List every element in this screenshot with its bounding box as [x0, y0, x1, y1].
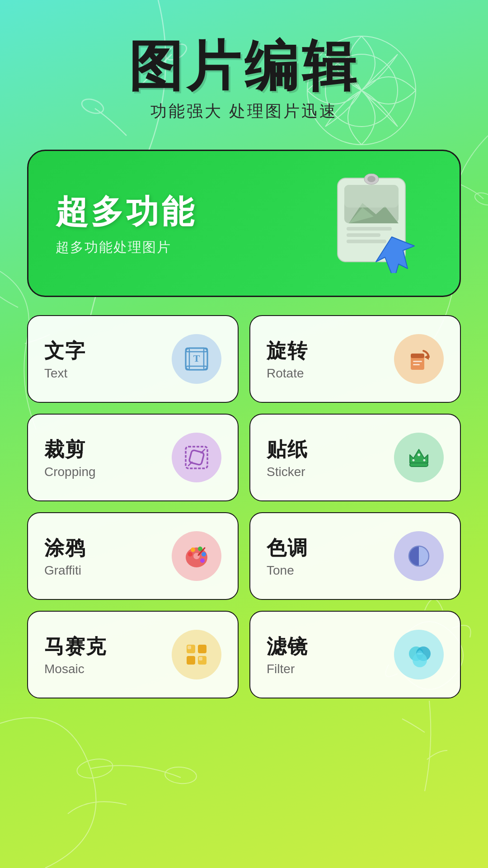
svg-rect-51 [199, 657, 202, 660]
feature-graffiti[interactable]: 涂鸦 Graffiti [27, 512, 239, 600]
feature-en-tone: Tone [267, 563, 308, 578]
feature-rotate-label: 旋转 Rotate [267, 338, 308, 381]
feature-icon-mosaic [172, 630, 221, 679]
svg-point-6 [164, 766, 197, 785]
svg-point-43 [200, 558, 205, 563]
svg-rect-29 [413, 364, 420, 365]
feature-icon-graffiti [172, 531, 221, 581]
hero-illustration [319, 174, 432, 273]
feature-en-graffiti: Graffiti [44, 563, 86, 578]
feature-cn-crop: 裁剪 [44, 436, 96, 463]
svg-point-40 [191, 547, 195, 552]
feature-cn-text: 文字 [44, 338, 86, 364]
feature-en-rotate: Rotate [267, 366, 308, 381]
app-title: 图片编辑 [27, 36, 461, 96]
hero-main-text: 超多功能 [56, 190, 319, 234]
svg-rect-13 [344, 185, 399, 208]
svg-point-34 [418, 453, 420, 456]
feature-filter[interactable]: 滤镜 Filter [249, 611, 461, 698]
header: 图片编辑 功能强大 处理图片迅速 [27, 0, 461, 132]
svg-rect-16 [347, 227, 392, 231]
hero-image-svg [319, 174, 432, 273]
feature-filter-label: 滤镜 Filter [267, 633, 308, 676]
app-subtitle: 功能强大 处理图片迅速 [27, 100, 461, 123]
svg-point-15 [367, 176, 375, 182]
svg-rect-18 [347, 240, 386, 243]
feature-cn-mosaic: 马赛克 [44, 633, 107, 660]
feature-tone-label: 色调 Tone [267, 535, 308, 578]
svg-marker-30 [424, 354, 429, 360]
feature-cn-filter: 滤镜 [267, 633, 308, 660]
feature-en-sticker: Sticker [267, 465, 308, 479]
feature-grid: 文字 Text T 旋转 Rotate [27, 315, 461, 698]
feature-mosaic[interactable]: 马赛克 Mosaic [27, 611, 239, 698]
feature-icon-sticker [394, 433, 444, 482]
feature-rotate[interactable]: 旋转 Rotate [249, 315, 461, 403]
feature-sticker[interactable]: 贴纸 Sticker [249, 414, 461, 501]
hero-text: 超多功能 超多功能处理图片 [56, 190, 319, 257]
feature-icon-text: T [172, 334, 221, 384]
hero-banner[interactable]: 超多功能 超多功能处理图片 [27, 150, 461, 297]
feature-en-filter: Filter [267, 662, 308, 676]
feature-crop[interactable]: 裁剪 Cropping [27, 414, 239, 501]
feature-crop-label: 裁剪 Cropping [44, 436, 96, 479]
feature-en-mosaic: Mosaic [44, 662, 107, 676]
svg-point-39 [188, 552, 192, 557]
feature-text-label: 文字 Text [44, 338, 86, 381]
feature-graffiti-label: 涂鸦 Graffiti [44, 535, 86, 578]
svg-rect-50 [188, 646, 191, 649]
hero-sub-text: 超多功能处理图片 [56, 238, 319, 257]
feature-icon-rotate [394, 334, 444, 384]
svg-rect-47 [198, 645, 206, 653]
svg-text:T: T [193, 353, 200, 364]
feature-cn-graffiti: 涂鸦 [44, 535, 86, 561]
feature-en-crop: Cropping [44, 465, 96, 479]
svg-point-36 [423, 459, 426, 462]
feature-icon-filter [394, 630, 444, 679]
feature-en-text: Text [44, 366, 86, 381]
feature-cn-tone: 色调 [267, 535, 308, 561]
feature-mosaic-label: 马赛克 Mosaic [44, 633, 107, 676]
svg-rect-17 [347, 233, 380, 237]
svg-rect-48 [187, 656, 195, 665]
main-content: 图片编辑 功能强大 处理图片迅速 超多功能 超多功能处理图片 [0, 0, 488, 698]
svg-point-54 [413, 653, 427, 667]
feature-tone[interactable]: 色调 Tone [249, 512, 461, 600]
svg-point-42 [202, 552, 206, 557]
feature-sticker-label: 贴纸 Sticker [267, 436, 308, 479]
svg-rect-27 [411, 354, 424, 358]
svg-rect-33 [410, 463, 428, 467]
svg-point-5 [75, 756, 114, 780]
svg-point-35 [413, 459, 415, 462]
feature-icon-tone [394, 531, 444, 581]
feature-icon-crop [172, 433, 221, 482]
feature-cn-sticker: 贴纸 [267, 436, 308, 463]
feature-cn-rotate: 旋转 [267, 338, 308, 364]
feature-text[interactable]: 文字 Text T [27, 315, 239, 403]
svg-rect-28 [413, 361, 422, 362]
